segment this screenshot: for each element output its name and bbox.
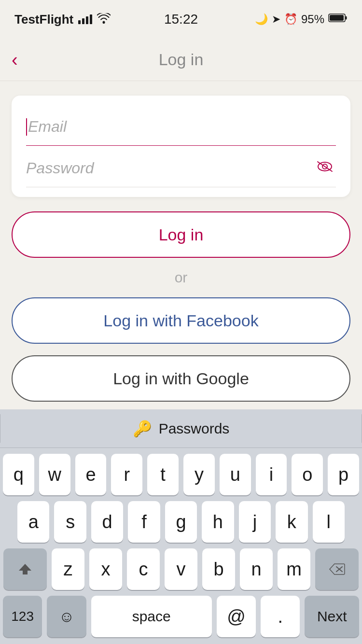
key-z[interactable]: z xyxy=(52,548,84,590)
key-e[interactable]: e xyxy=(75,454,107,495)
email-field[interactable] xyxy=(28,114,336,140)
status-bar: TestFlight 15:22 🌙 ➤ ⏰ 95% xyxy=(0,0,362,39)
moon-icon: 🌙 xyxy=(255,13,268,26)
cursor xyxy=(26,118,27,136)
signal-bars xyxy=(78,14,92,24)
shift-key[interactable] xyxy=(3,548,47,590)
emoji-key[interactable]: ☺ xyxy=(47,596,86,637)
password-input-wrapper xyxy=(26,155,336,187)
dot-key[interactable]: . xyxy=(261,596,300,637)
battery-icon xyxy=(328,13,348,26)
key-n[interactable]: n xyxy=(240,548,273,590)
key-s[interactable]: s xyxy=(54,501,86,543)
status-right: 🌙 ➤ ⏰ 95% xyxy=(255,13,348,26)
nav-title: Log in xyxy=(159,50,204,69)
key-row-3: z x c v b n m xyxy=(3,548,359,590)
google-login-button[interactable]: Log in with Google xyxy=(12,355,350,402)
space-key[interactable]: space xyxy=(91,596,212,637)
key-j[interactable]: j xyxy=(239,501,271,543)
key-g[interactable]: g xyxy=(165,501,197,543)
next-key[interactable]: Next xyxy=(305,596,359,637)
key-m[interactable]: m xyxy=(278,548,310,590)
key-d[interactable]: d xyxy=(91,501,123,543)
key-h[interactable]: h xyxy=(202,501,234,543)
key-p[interactable]: p xyxy=(328,454,359,495)
key-w[interactable]: w xyxy=(39,454,70,495)
key-icon: 🔑 xyxy=(133,420,152,438)
or-divider: or xyxy=(12,269,350,286)
at-key[interactable]: @ xyxy=(217,596,256,637)
key-x[interactable]: x xyxy=(89,548,122,590)
key-u[interactable]: u xyxy=(220,454,251,495)
svg-rect-2 xyxy=(346,16,347,20)
passwords-label: Passwords xyxy=(159,420,230,437)
key-f[interactable]: f xyxy=(128,501,160,543)
wifi-icon xyxy=(97,12,111,27)
login-button[interactable]: Log in xyxy=(12,211,350,258)
key-row-1: q w e r t y u i o p xyxy=(3,454,359,495)
svg-point-0 xyxy=(103,21,105,23)
key-t[interactable]: t xyxy=(147,454,179,495)
key-a[interactable]: a xyxy=(17,501,49,543)
nav-bar: ‹ Log in xyxy=(0,39,362,81)
key-l[interactable]: l xyxy=(313,501,345,543)
delete-key[interactable] xyxy=(315,548,359,590)
key-v[interactable]: v xyxy=(165,548,197,590)
key-y[interactable]: y xyxy=(183,454,215,495)
battery-percentage: 95% xyxy=(301,13,324,26)
key-row-bottom: 123 ☺ space @ . Next xyxy=(3,596,359,637)
key-o[interactable]: o xyxy=(292,454,323,495)
facebook-login-button[interactable]: Log in with Facebook xyxy=(12,297,350,344)
back-button[interactable]: ‹ xyxy=(12,51,18,69)
form-card xyxy=(12,96,350,197)
key-i[interactable]: i xyxy=(256,454,287,495)
location-icon: ➤ xyxy=(272,13,280,26)
keyboard: 🔑 Passwords q w e r t y u i o p a s d f … xyxy=(0,409,362,644)
clock: 15:22 xyxy=(164,12,198,27)
key-r[interactable]: r xyxy=(111,454,142,495)
key-k[interactable]: k xyxy=(276,501,307,543)
key-row-2: a s d f g h j k l xyxy=(3,501,359,543)
password-toggle-icon[interactable] xyxy=(314,159,336,177)
password-field[interactable] xyxy=(26,155,314,181)
key-c[interactable]: c xyxy=(127,548,160,590)
testflight-label: TestFlight xyxy=(14,12,73,27)
main-content: Log in or Log in with Facebook Log in wi… xyxy=(0,81,362,411)
status-left: TestFlight xyxy=(14,12,111,27)
alarm-icon: ⏰ xyxy=(284,13,297,26)
key-q[interactable]: q xyxy=(3,454,34,495)
key-b[interactable]: b xyxy=(202,548,235,590)
svg-rect-3 xyxy=(330,15,344,21)
numbers-key[interactable]: 123 xyxy=(3,596,42,637)
keyboard-rows: q w e r t y u i o p a s d f g h j k l xyxy=(0,448,362,644)
passwords-toolbar-button[interactable]: 🔑 Passwords xyxy=(133,420,230,438)
email-input-wrapper xyxy=(26,110,336,146)
keyboard-toolbar: 🔑 Passwords xyxy=(0,409,362,448)
